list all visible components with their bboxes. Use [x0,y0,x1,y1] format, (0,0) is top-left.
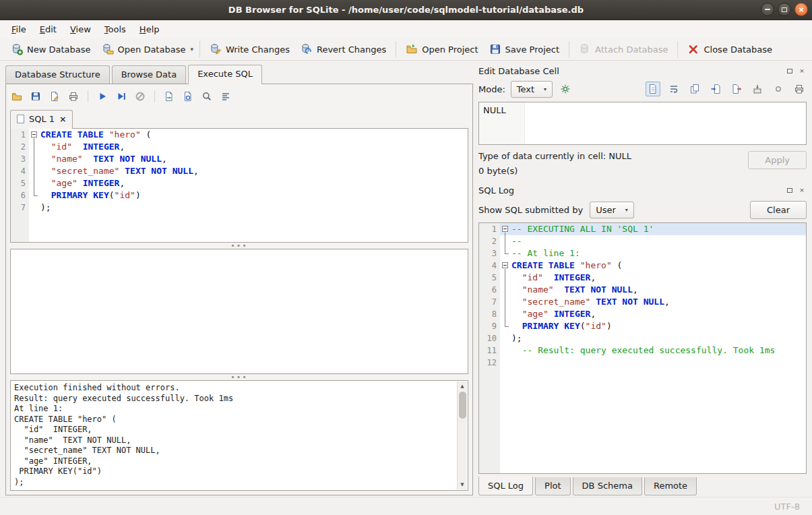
mode-label: Mode: [478,84,505,94]
open-project-button[interactable]: Open Project [400,40,483,59]
execute-line-button[interactable] [115,90,128,103]
print-button[interactable] [67,90,80,103]
log-filter-select[interactable]: User ▾ [590,202,634,218]
tab-execute-sql[interactable]: Execute SQL [188,65,262,84]
output-scrollbar[interactable]: ▲ ▼ [457,382,467,489]
mode-select[interactable]: Text ▾ [511,81,553,98]
save-results-button[interactable] [181,90,195,103]
code-text: CREATE TABLE "hero" ( [510,260,806,272]
tab-remote[interactable]: Remote [644,477,697,495]
editor-results-splitter[interactable]: ••• [10,243,468,249]
line-number: 6 [11,189,29,202]
fold-guide [500,272,510,284]
fold-guide [500,247,510,260]
dock-close-button[interactable]: × [797,66,807,75]
tab-sql-log[interactable]: SQL Log [478,477,533,495]
code-line: 5 "age" INTEGER, [11,177,468,189]
revert-changes-icon [301,43,313,55]
code-line: 1CREATE TABLE "hero" ( [11,129,468,141]
code-text: "id" INTEGER, [510,272,806,284]
open-database-button[interactable]: Open Database [96,40,191,59]
execution-output[interactable]: Execution finished without errors. Resul… [10,380,468,491]
line-number: 7 [479,296,500,308]
tab-browse-data[interactable]: Browse Data [112,65,187,84]
code-text: "secret_name" TEXT NOT NULL, [510,296,806,308]
cell-editor[interactable]: NULL [478,102,807,145]
cell-size-info: 0 byte(s) [478,166,748,176]
copy-icon [689,84,700,94]
set-null-button[interactable] [771,82,786,96]
sql-editor[interactable]: 1CREATE TABLE "hero" (2 "id" INTEGER,3 "… [10,128,468,243]
text-view-toggle[interactable] [646,82,660,96]
code-text: "name" TEXT NOT NULL, [510,284,806,296]
close-window-button[interactable]: × [794,3,808,16]
combo-arrow-icon: ▾ [625,207,628,213]
print-icon [68,91,79,102]
open-database-dropdown[interactable]: ▾ [188,42,195,56]
settings-button[interactable] [558,82,573,96]
tab-database-structure[interactable]: Database Structure [5,65,110,84]
sql-log-view[interactable]: 1-- EXECUTING ALL IN 'SQL 1'2--3-- At li… [478,222,807,474]
fold-marker-icon[interactable] [500,260,510,272]
save-sql-file-button[interactable] [29,90,42,103]
close-database-button[interactable]: Close Database [682,40,778,59]
revert-changes-button[interactable]: Revert Changes [295,40,392,59]
new-database-button[interactable]: New Database [5,40,96,59]
scroll-up-icon[interactable]: ▲ [458,382,467,391]
menu-file[interactable]: File [5,22,32,37]
fold-guide [29,189,39,202]
menu-view[interactable]: View [64,22,97,37]
attach-database-icon [579,43,591,55]
line-number: 2 [479,235,500,247]
dock-float-button[interactable] [785,66,794,75]
save-sql-as-button[interactable] [48,90,61,103]
sql-tab-1[interactable]: SQL 1 × [10,110,73,129]
fold-marker-icon[interactable] [500,223,510,235]
open-database-label: Open Database [118,44,186,55]
fold-marker-icon[interactable] [29,129,39,141]
find-replace-button[interactable] [200,90,214,103]
line-number: 7 [11,202,29,214]
save-cell-button[interactable] [750,82,765,96]
code-line: 5 "id" INTEGER, [479,272,806,284]
export-results-button[interactable] [162,90,176,103]
code-line: 6 PRIMARY KEY("id") [11,189,468,202]
line-number: 9 [479,320,500,332]
menu-edit[interactable]: Edit [34,22,63,37]
code-line: 9 PRIMARY KEY("id") [479,320,806,332]
dock-close-button[interactable]: × [797,185,807,195]
new-database-icon [11,43,23,55]
save-project-button[interactable]: Save Project [484,40,565,59]
results-grid[interactable] [10,249,468,374]
close-tab-icon[interactable]: × [59,115,66,123]
code-line: 8 "age" INTEGER, [479,308,806,320]
scroll-down-icon[interactable]: ▼ [458,480,467,489]
export-cell-button[interactable] [729,82,744,96]
scroll-thumb[interactable] [459,392,466,419]
maximize-button[interactable] [778,3,791,16]
format-sql-button[interactable] [219,90,232,103]
results-output-splitter[interactable]: ••• [10,374,468,380]
bottom-tab-bar: SQL Log Plot DB Schema Remote [478,477,807,495]
code-text: -- At line 1: [510,247,806,260]
code-line: 12 [479,357,806,369]
copy-button[interactable] [687,82,702,96]
word-wrap-button[interactable] [666,82,681,96]
open-sql-file-button[interactable] [10,90,24,103]
code-text: PRIMARY KEY("id") [39,189,468,202]
code-line: 2-- [479,235,806,247]
menu-help[interactable]: Help [133,22,166,37]
write-changes-button[interactable]: Write Changes [204,40,295,59]
main-content: Database Structure Browse Data Execute S… [0,61,812,497]
print-cell-button[interactable] [792,82,807,96]
clear-log-button[interactable]: Clear [750,201,807,219]
write-changes-label: Write Changes [226,44,290,55]
titlebar[interactable]: DB Browser for SQLite - /home/user/code/… [0,0,812,20]
minimize-button[interactable] [761,3,774,16]
tab-plot[interactable]: Plot [535,477,571,495]
tab-db-schema[interactable]: DB Schema [573,477,642,495]
import-cell-button[interactable] [708,82,723,96]
dock-float-button[interactable] [785,185,794,195]
execute-all-button[interactable] [96,90,109,103]
menu-tools[interactable]: Tools [98,22,132,37]
